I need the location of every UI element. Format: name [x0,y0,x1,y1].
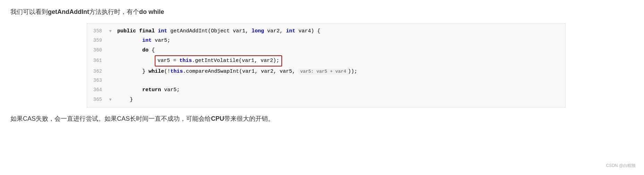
line-content-360: do { [115,46,565,55]
line-content-359: int var5; [115,36,565,45]
line-content-365: } [115,95,565,104]
line-content-358: public final int getAndAddInt(Object var… [115,27,565,36]
line-number-364: 364 [87,86,106,94]
line-number-365: 365 [87,96,106,104]
highlighted-code: var5 = this.getIntVolatile(var1, var2); [155,55,282,66]
top-text-prefix: 我们可以看到 [10,8,48,15]
code-line-363: 363 [87,76,565,85]
top-text-suffix: 方法执行时，有个 [89,8,139,15]
line-content-361: var5 = this.getIntVolatile(var1, var2); [115,55,565,66]
bottom-text-main: 如果CAS失败，会一直进行尝试。如果CAS长时间一直不成功，可能会给 [10,115,211,122]
watermark: CSDN @白帽颤 [606,163,636,169]
line-number-361: 361 [87,57,106,65]
line-content-362: } while(!this.compareAndSwapInt(var1, va… [115,67,565,76]
hint-var5: var5: var5 + var4 [298,69,348,74]
line-number-362: 362 [87,67,106,76]
code-line-365: 365 ▼ } [87,95,565,105]
bottom-description: 如果CAS失败，会一直进行尝试。如果CAS长时间一直不成功，可能会给CPU带来很… [10,114,634,124]
top-description: 我们可以看到getAndAddInt方法执行时，有个do while [10,7,634,17]
gutter-365: ▼ [106,96,115,103]
line-number-363: 363 [87,77,106,85]
code-line-360: 360 do { [87,46,565,55]
top-text-bold2: do while [139,8,164,15]
code-line-359: 359 int var5; [87,36,565,46]
code-line-361: 361 var5 = this.getIntVolatile(var1, var… [87,55,565,67]
line-content-364: return var5; [115,86,565,95]
code-line-358: 358 ▼ public final int getAndAddInt(Obje… [87,26,565,36]
line-number-358: 358 [87,27,106,35]
code-block: 358 ▼ public final int getAndAddInt(Obje… [87,23,566,108]
line-number-360: 360 [87,46,106,55]
code-line-362: 362 } while(!this.compareAndSwapInt(var1… [87,67,565,77]
code-line-364: 364 return var5; [87,85,565,95]
top-text-bold1: getAndAddInt [48,8,89,15]
gutter-358: ▼ [106,28,115,35]
bottom-text-suffix: 带来很大的开销。 [224,115,274,122]
line-number-359: 359 [87,37,106,45]
bottom-text-bold: CPU [211,115,224,122]
